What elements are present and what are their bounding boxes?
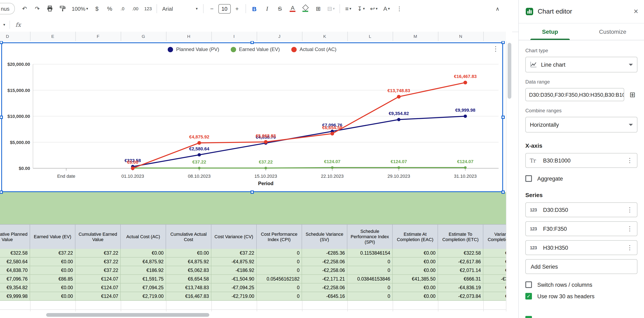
table-cell[interactable]: €5,062.83 xyxy=(166,266,211,275)
table-cell[interactable]: 0 xyxy=(257,266,302,275)
table-cell[interactable]: -€2,719.00 xyxy=(211,292,257,301)
zoom-select[interactable]: 100%▾ xyxy=(69,3,91,14)
table-cell[interactable]: -€2,258.06 xyxy=(302,258,347,266)
table-header-cell[interactable]: Variance At Completion (VAC) xyxy=(483,224,506,249)
table-cell[interactable]: €37.22 xyxy=(76,258,121,266)
table-cell[interactable]: 0 xyxy=(347,258,393,266)
embedded-chart[interactable]: $0.00$5,000.00$10,000.00$15,000.00$20,00… xyxy=(1,42,503,192)
table-cell[interactable]: €1,591.75 xyxy=(121,275,166,284)
resize-handle[interactable] xyxy=(250,190,254,194)
table-cell[interactable]: €37.22 xyxy=(76,266,121,275)
tab-setup[interactable]: Setup xyxy=(519,23,581,40)
table-cell[interactable]: 0 xyxy=(347,284,393,292)
table-cell[interactable]: 0.03846153846 xyxy=(347,275,393,284)
font-size-input[interactable]: 10 xyxy=(218,4,231,13)
table-cell[interactable]: €0.00 xyxy=(121,249,166,258)
table-cell[interactable]: 0 xyxy=(257,292,302,301)
table-cell[interactable]: €0.00 xyxy=(30,266,76,275)
table-cell[interactable]: -€31,385.52 xyxy=(483,275,506,284)
column-header-M[interactable]: M xyxy=(393,32,438,41)
table-cell[interactable]: €0.00 xyxy=(393,249,438,258)
table-cell[interactable]: -€7,094.25 xyxy=(211,284,257,292)
table-cell[interactable]: €186.92 xyxy=(121,266,166,275)
table-cell[interactable]: €0.00 xyxy=(393,266,438,275)
aggregate-checkbox[interactable] xyxy=(525,175,532,182)
resize-handle[interactable] xyxy=(0,116,3,119)
table-cell[interactable]: €9,999.98 xyxy=(483,292,506,301)
table-cell[interactable]: €124.07 xyxy=(76,284,121,292)
table-cell[interactable]: -€186.92 xyxy=(211,266,257,275)
table-cell[interactable]: €0.00 xyxy=(393,284,438,292)
resize-handle[interactable] xyxy=(250,41,254,44)
table-cell[interactable]: -€4,836.19 xyxy=(438,284,483,292)
table-cell[interactable]: -€2,258.06 xyxy=(302,284,347,292)
table-cell[interactable]: 0 xyxy=(257,258,302,266)
table-header-cell[interactable]: Schedule Variance (SV) xyxy=(302,224,347,249)
table-cell[interactable]: €0.00 xyxy=(166,249,211,258)
name-box-caret-icon[interactable]: ▾ xyxy=(3,22,5,26)
table-cell[interactable]: €2,071.14 xyxy=(438,266,483,275)
print-button[interactable] xyxy=(44,3,56,14)
table-cell[interactable]: €322.58 xyxy=(438,249,483,258)
table-cell[interactable]: 0 xyxy=(257,249,302,258)
table-header-cell[interactable]: Cumulative Earned Value xyxy=(76,224,121,249)
horizontal-scrollbar-thumb[interactable] xyxy=(46,313,209,317)
table-cell[interactable]: €37.22 xyxy=(76,249,121,258)
table-header-cell[interactable]: Earned Value (EV) xyxy=(30,224,76,249)
increase-decimal-button[interactable]: .00 xyxy=(129,3,142,14)
add-series-button[interactable]: Add Series xyxy=(525,259,638,274)
resize-handle[interactable] xyxy=(502,190,505,194)
table-cell[interactable]: €86.85 xyxy=(30,275,76,284)
table-cell[interactable]: €2,719.00 xyxy=(121,292,166,301)
more-icon[interactable]: ⋮ xyxy=(624,206,635,213)
vertical-align-button[interactable]: ↧▾ xyxy=(355,3,368,14)
table-cell[interactable]: €4,875.92 xyxy=(166,258,211,266)
green-band-rows[interactable] xyxy=(0,192,506,224)
select-data-range-button[interactable]: ⊞ xyxy=(628,90,638,100)
table-cell[interactable]: €7,094.25 xyxy=(121,284,166,292)
table-cell[interactable]: €16,467.83 xyxy=(166,292,211,301)
strikethrough-button[interactable]: S xyxy=(274,3,286,14)
table-cell[interactable]: €6,654.58 xyxy=(166,275,211,284)
table-header-cell[interactable]: Schedule Performance Index (SPI) xyxy=(347,224,393,249)
hide-menus-button[interactable]: ∧ xyxy=(491,3,504,14)
series-row[interactable]: 123H30:H350⋮ xyxy=(525,240,638,255)
chart-menu-button[interactable]: ⋮ xyxy=(492,45,499,53)
empty-rows[interactable] xyxy=(0,301,506,312)
column-headers[interactable]: DEFGHIJKLMN xyxy=(0,32,506,41)
table-header-cell[interactable]: Cumulative Actual Cost xyxy=(166,224,211,249)
more-icon[interactable]: ⋮ xyxy=(624,225,635,232)
more-icon[interactable]: ⋮ xyxy=(624,157,635,164)
table-cell[interactable]: 0 xyxy=(347,266,393,275)
partial-checkbox[interactable] xyxy=(525,316,532,318)
column-header-G[interactable]: G xyxy=(121,32,166,41)
tab-customize[interactable]: Customize xyxy=(581,23,644,40)
horizontal-align-button[interactable]: ≡▾ xyxy=(342,3,355,14)
table-cell[interactable]: -€2,073.84 xyxy=(438,292,483,301)
text-rotation-button[interactable]: A▾ xyxy=(380,3,393,14)
switch-rows-columns-checkbox[interactable] xyxy=(525,281,532,288)
table-header-cell[interactable]: Actual Cost (AC) xyxy=(121,224,166,249)
evm-table[interactable]: Cumulative Planned ValueEarned Value (EV… xyxy=(0,224,506,301)
table-header-cell[interactable]: Cost Variance (CV) xyxy=(211,224,257,249)
redo-button[interactable]: ↷ xyxy=(31,3,44,14)
table-cell[interactable]: -€2,258.06 xyxy=(302,266,347,275)
table-cell[interactable]: €7,096.76 xyxy=(0,275,30,284)
paint-format-button[interactable] xyxy=(56,3,69,14)
table-cell[interactable]: -€2,617.86 xyxy=(438,258,483,266)
table-cell[interactable]: €9,999.98 xyxy=(483,284,506,292)
fill-color-button[interactable] xyxy=(299,3,312,14)
italic-button[interactable]: I xyxy=(261,3,274,14)
column-header-H[interactable]: H xyxy=(166,32,211,41)
table-cell[interactable]: -€2,171.21 xyxy=(302,275,347,284)
decrease-decimal-button[interactable]: .0 xyxy=(116,3,129,14)
percent-format-button[interactable]: % xyxy=(104,3,116,14)
x-axis-range-item[interactable]: Tr B30:B1000 ⋮ xyxy=(525,153,638,168)
column-header-D[interactable]: D xyxy=(0,32,30,41)
table-cell[interactable]: €13,748.83 xyxy=(166,284,211,292)
table-cell[interactable]: €37.22 xyxy=(211,249,257,258)
column-header-K[interactable]: K xyxy=(302,32,347,41)
column-header-N[interactable]: N xyxy=(438,32,483,41)
font-select[interactable]: Arial▾ xyxy=(159,3,201,14)
table-header-cell[interactable]: Estimate To Completion (ETC) xyxy=(438,224,483,249)
